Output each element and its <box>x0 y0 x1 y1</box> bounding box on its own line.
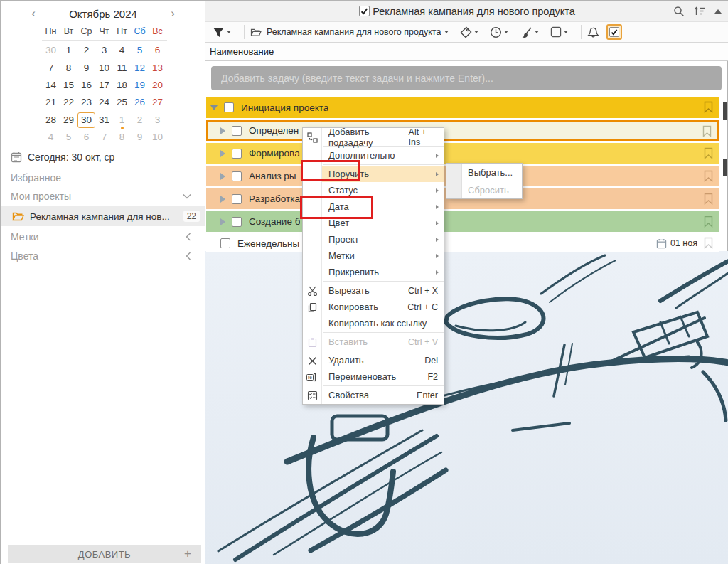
scrollbar-thumb[interactable] <box>723 102 727 120</box>
calendar-day[interactable]: 31 <box>95 112 113 128</box>
bell-button[interactable] <box>587 26 599 38</box>
bookmark-icon[interactable] <box>704 193 713 205</box>
sidebar-item-favorites[interactable]: Избранное <box>11 172 191 183</box>
bookmark-icon[interactable] <box>704 147 713 159</box>
calendar-day[interactable]: 4 <box>42 129 60 145</box>
menu-item-project[interactable]: Проект <box>303 231 444 248</box>
calendar-day[interactable]: 13 <box>149 60 166 76</box>
calendar-day[interactable]: 6 <box>77 129 95 145</box>
task-checkbox[interactable] <box>224 102 234 112</box>
sidebar-item-my-projects[interactable]: Мои проекты <box>11 191 191 202</box>
calendar-day[interactable]: 7 <box>95 129 113 145</box>
calendar-day[interactable]: 20 <box>149 78 166 93</box>
expand-triangle-icon[interactable] <box>220 196 225 203</box>
add-task-input[interactable] <box>211 66 722 90</box>
menu-item-assign[interactable]: Поручить <box>303 166 444 182</box>
task-row-group[interactable]: Инициация проекта <box>206 97 719 118</box>
calendar-day[interactable]: 10 <box>149 129 166 145</box>
calendar-day[interactable]: 5 <box>131 43 149 58</box>
task-row[interactable]: Формирова <box>206 143 719 164</box>
menu-item-rename[interactable]: re Переименовать F2 <box>303 368 444 385</box>
expand-triangle-icon[interactable] <box>220 150 225 157</box>
collapse-panel-icon[interactable] <box>714 9 722 14</box>
scrollbar-thumb[interactable] <box>723 159 727 176</box>
calendar-day[interactable]: 22 <box>60 95 77 110</box>
calendar-day[interactable]: 28 <box>42 112 60 128</box>
calendar-day[interactable]: 26 <box>131 95 149 110</box>
menu-item-copy-as-link[interactable]: Копировать как ссылку <box>303 315 444 331</box>
calendar-day[interactable]: 19 <box>131 78 149 93</box>
calendar-day[interactable]: 17 <box>95 78 113 93</box>
menu-item-properties[interactable]: Свойства Enter <box>303 387 444 403</box>
calendar-day[interactable]: 25 <box>113 95 131 110</box>
calendar-day[interactable]: 3 <box>95 43 113 58</box>
column-header-name[interactable]: Наименование <box>205 43 728 61</box>
calendar-day[interactable]: 8 <box>60 60 77 76</box>
calendar-day[interactable]: 5 <box>60 129 77 145</box>
task-checkbox[interactable] <box>220 238 230 248</box>
menu-item-more[interactable]: Дополнительно <box>303 147 444 164</box>
calendar-day[interactable]: 30 <box>42 43 60 58</box>
calendar-day[interactable]: 11 <box>113 60 131 76</box>
task-checkbox[interactable] <box>232 217 242 227</box>
sort-icon[interactable] <box>694 6 705 16</box>
calendar-day[interactable]: 7 <box>42 60 60 76</box>
task-checkbox[interactable] <box>232 171 242 181</box>
calendar-day[interactable]: 24 <box>95 95 113 110</box>
calendar-day[interactable]: 29 <box>60 112 77 128</box>
brush-button[interactable] <box>520 26 539 38</box>
submenu-item-select[interactable]: Выбрать... <box>446 164 522 180</box>
bookmark-icon[interactable] <box>702 125 712 137</box>
task-checkbox[interactable] <box>232 149 242 159</box>
bookmark-icon[interactable] <box>704 237 713 249</box>
color-square-button[interactable] <box>550 26 568 38</box>
menu-item-date[interactable]: Дата <box>303 198 444 215</box>
task-row[interactable]: Еженедельны 01 ноя <box>206 234 719 252</box>
calendar-day[interactable]: 14 <box>42 78 60 93</box>
task-row[interactable]: Создание б <box>206 211 719 232</box>
calendar-day[interactable]: 6 <box>149 43 166 58</box>
menu-item-add-subtask[interactable]: Добавить подзадачу Alt + Ins <box>303 129 444 145</box>
calendar-day[interactable]: 4 <box>113 43 131 58</box>
calendar-prev-button[interactable]: ‹ <box>26 6 41 21</box>
expand-triangle-icon[interactable] <box>220 127 225 134</box>
calendar-day[interactable]: 16 <box>77 78 95 93</box>
search-icon[interactable] <box>673 6 685 17</box>
menu-item-status[interactable]: Статус <box>303 182 444 198</box>
expand-triangle-icon[interactable] <box>220 173 225 180</box>
calendar-day[interactable]: 10 <box>95 60 113 76</box>
calendar-day[interactable]: 3 <box>149 112 166 128</box>
task-checkbox[interactable] <box>232 194 242 204</box>
calendar-day[interactable]: 30 <box>77 112 95 128</box>
task-checkbox[interactable] <box>232 126 242 136</box>
calendar-day[interactable]: 9 <box>131 129 149 145</box>
menu-item-attach[interactable]: Прикрепить <box>303 264 444 280</box>
chevron-down-icon[interactable] <box>183 193 191 199</box>
add-project-button[interactable]: ДОБАВИТЬ + <box>8 545 201 563</box>
sidebar-item-project[interactable]: Рекламная кампания для нов... 22 <box>1 206 205 226</box>
calendar-next-button[interactable]: › <box>166 6 180 21</box>
filter-button[interactable] <box>213 27 231 38</box>
calendar-day[interactable]: 9 <box>77 60 95 76</box>
calendar-day[interactable]: 18 <box>113 78 131 93</box>
project-selector[interactable]: Рекламная кампания для нового продукта <box>250 27 449 37</box>
menu-item-color[interactable]: Цвет <box>303 215 444 231</box>
menu-item-delete[interactable]: Удалить Del <box>303 352 444 368</box>
project-title-checkbox[interactable] <box>359 6 370 16</box>
expand-triangle-icon[interactable] <box>210 105 218 110</box>
calendar-day[interactable]: 27 <box>149 95 166 110</box>
calendar-day[interactable]: 2 <box>131 112 149 128</box>
sidebar-item-colors[interactable]: Цвета <box>11 250 191 262</box>
task-row[interactable]: Определен <box>206 120 719 141</box>
calendar-day[interactable]: 2 <box>77 43 95 58</box>
expand-triangle-icon[interactable] <box>220 218 225 225</box>
chevron-left-icon[interactable] <box>186 252 191 260</box>
menu-item-copy[interactable]: Копировать Ctrl + C <box>303 299 444 315</box>
show-completed-toggle[interactable] <box>606 24 622 40</box>
bookmark-icon[interactable] <box>704 216 713 228</box>
menu-item-labels[interactable]: Метки <box>303 248 444 264</box>
sidebar-item-today[interactable]: Сегодня: 30 окт, ср <box>11 151 196 163</box>
calendar-day[interactable]: 1 <box>113 112 131 128</box>
bookmark-icon[interactable] <box>704 101 713 113</box>
sidebar-item-labels[interactable]: Метки <box>11 231 191 243</box>
